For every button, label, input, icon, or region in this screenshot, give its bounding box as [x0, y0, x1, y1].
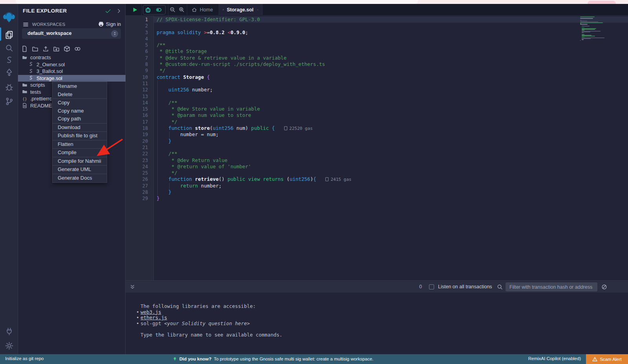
- context-menu-item-compile-for-nahmii[interactable]: Compile for Nahmii: [53, 157, 107, 166]
- solidity-file-icon: [28, 62, 34, 67]
- panel-title: FILE EXPLORER: [23, 8, 67, 14]
- context-menu-item-generate-uml[interactable]: Generate UML: [53, 166, 107, 174]
- code-line-2: [157, 23, 351, 29]
- context-menu-item-copy-path[interactable]: Copy path: [53, 115, 107, 123]
- search-icon[interactable]: [0, 42, 18, 54]
- context-menu-item-copy[interactable]: Copy: [53, 99, 107, 107]
- transaction-filter-input[interactable]: [506, 282, 597, 291]
- zoom-out-icon[interactable]: [170, 7, 175, 13]
- context-menu-item-flatten[interactable]: Flatten: [53, 140, 107, 149]
- git-icon[interactable]: [0, 95, 18, 107]
- settings-icon[interactable]: [0, 339, 18, 352]
- tree-item-contracts[interactable]: contracts: [18, 54, 126, 61]
- code-line-21: [157, 144, 351, 151]
- run-script-button[interactable]: [132, 7, 138, 13]
- cube-icon[interactable]: [64, 46, 70, 52]
- scam-alert-button[interactable]: Scam Alert: [586, 354, 628, 364]
- status-bar: Initialize as git repo Did you know? To …: [0, 354, 628, 364]
- deploy-run-icon[interactable]: [0, 66, 18, 78]
- tree-item-storage-sol[interactable]: Storage.sol: [18, 75, 126, 82]
- close-icon[interactable]: [257, 7, 258, 12]
- code-line-5: /**: [157, 42, 351, 48]
- terminal-link-ethers.js[interactable]: ethers.js: [141, 315, 167, 320]
- sign-in-button[interactable]: Sign in: [98, 21, 121, 27]
- tab-home[interactable]: Home: [188, 4, 217, 16]
- context-menu-item-rename[interactable]: Rename: [53, 82, 107, 91]
- context-menu-item-publish-file-to-gist[interactable]: Publish file to gist: [53, 132, 107, 140]
- context-menu-item-generate-docs[interactable]: Generate Docs: [53, 174, 107, 182]
- browser-tab-shape: [16, 0, 418, 4]
- link-icon[interactable]: [74, 46, 81, 52]
- remix-ide-window: FILE EXPLORER WORKSPACES Sign in default…: [0, 0, 628, 364]
- code-line-24: * @return value of 'number': [157, 164, 351, 170]
- line-number-gutter: 1234567891011121314151617181920212223242…: [126, 16, 154, 280]
- workspace-name: default_workspace: [27, 31, 72, 36]
- code-line-12: uint256 number;: [157, 87, 351, 93]
- solidity-compiler-icon[interactable]: [0, 54, 18, 66]
- code-line-8: * @custom:dev-run-script ./scripts/deplo…: [157, 61, 351, 67]
- code-line-10: contract Storage {: [157, 74, 351, 80]
- tip-text: To prototype using the Gnosis safe multi…: [214, 357, 374, 361]
- github-icon: [98, 21, 104, 27]
- code-line-22: /**: [157, 151, 351, 157]
- tree-item-label: 2_Owner.sol: [37, 62, 65, 67]
- upload-file-icon[interactable]: [42, 46, 49, 52]
- init-git-repo-button[interactable]: Initialize as git repo: [5, 356, 44, 361]
- terminal: 0 Listen on all transactions The followi…: [126, 280, 628, 354]
- terminal-search-icon[interactable]: [497, 284, 503, 290]
- terminal-link-web3.js[interactable]: web3.js: [141, 309, 161, 315]
- tree-item-label: Storage.sol: [37, 75, 62, 81]
- code-line-25: */: [157, 170, 351, 176]
- workspace-select-caret[interactable]: [111, 30, 118, 37]
- tree-item-label: contracts: [30, 55, 51, 60]
- listen-checkbox[interactable]: [429, 284, 434, 289]
- clear-console-icon[interactable]: [601, 284, 607, 290]
- debugger-icon[interactable]: [0, 81, 18, 93]
- workspaces-menu-icon[interactable]: [23, 22, 29, 27]
- copilot-toggle[interactable]: [154, 7, 163, 13]
- workspace-select[interactable]: default_workspace: [22, 28, 121, 39]
- code-line-17: */: [157, 119, 351, 125]
- tree-item-2-owner-sol[interactable]: 2_Owner.sol: [18, 61, 126, 68]
- terminal-line: [126, 326, 282, 332]
- copilot-status[interactable]: RemixAI Copilot (enabled): [528, 356, 581, 361]
- folder-icon: [22, 82, 27, 88]
- code-line-20: }: [157, 138, 351, 144]
- ai-robot-icon[interactable]: [145, 7, 151, 13]
- folder-open-icon: [22, 55, 27, 60]
- new-file-icon[interactable]: [21, 46, 28, 52]
- code-line-9: */: [157, 67, 351, 74]
- code-line-6: * @title Storage: [157, 48, 351, 55]
- code-editor[interactable]: 1234567891011121314151617181920212223242…: [126, 16, 628, 280]
- new-folder-icon[interactable]: [32, 46, 38, 52]
- terminal-output: The following libraries are accessible:•…: [126, 293, 628, 355]
- code-line-29: }: [157, 195, 351, 202]
- tree-item-label: .prettierrc: [30, 96, 52, 102]
- svg-text:{}: {}: [22, 96, 27, 101]
- tab-storage-sol[interactable]: Storage.sol: [219, 4, 262, 16]
- solidity-file-icon: [28, 69, 34, 74]
- file-toolbar: [21, 46, 81, 52]
- context-menu-item-delete[interactable]: Delete: [53, 91, 107, 99]
- file-explorer-icon[interactable]: [0, 28, 18, 41]
- plugin-manager-icon[interactable]: [0, 325, 18, 337]
- sign-in-label: Sign in: [106, 22, 121, 27]
- tree-item-3-ballot-sol[interactable]: 3_Ballot.sol: [18, 68, 126, 75]
- chevron-right-icon[interactable]: [116, 8, 122, 14]
- code-line-23: * @dev Return value: [157, 157, 351, 164]
- warning-icon: [592, 357, 597, 362]
- upload-folder-icon[interactable]: [53, 46, 60, 52]
- collapse-terminal-icon[interactable]: [130, 284, 135, 290]
- lightbulb-icon: [173, 356, 177, 362]
- zoom-in-icon[interactable]: [179, 7, 184, 13]
- terminal-header: 0 Listen on all transactions: [126, 281, 628, 293]
- code-line-1: // SPDX-License-Identifier: GPL-3.0: [157, 16, 351, 23]
- context-menu-item-compile[interactable]: Compile: [53, 149, 107, 157]
- terminal-line: The following libraries are accessible:: [126, 304, 282, 309]
- minimap[interactable]: [579, 16, 606, 47]
- context-menu-item-download[interactable]: Download: [53, 124, 107, 132]
- context-menu-item-copy-name[interactable]: Copy name: [53, 107, 107, 115]
- code-line-4: [157, 36, 351, 42]
- tab-label: Storage.sol: [227, 7, 254, 13]
- updown-icon: [113, 31, 117, 36]
